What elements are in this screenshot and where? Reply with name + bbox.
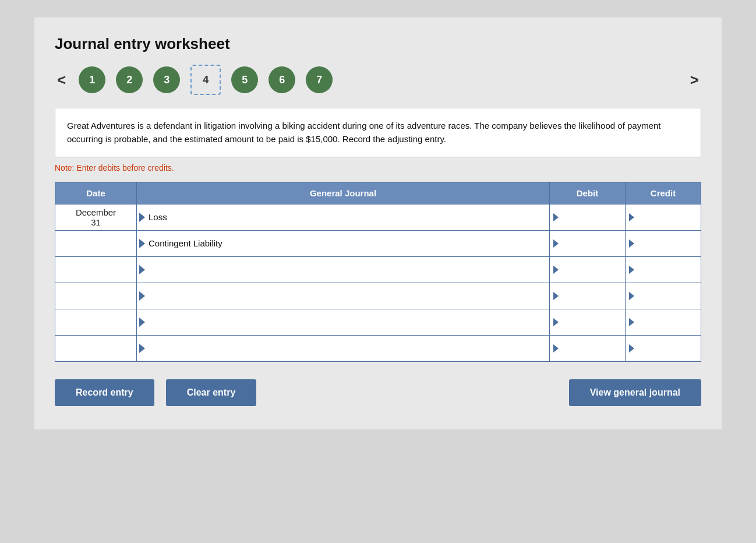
triangle-icon <box>139 265 145 274</box>
credit-triangle-icon <box>629 344 634 352</box>
page-title: Journal entry worksheet <box>55 35 701 53</box>
triangle-icon <box>139 291 145 301</box>
debit-cell-3[interactable] <box>550 256 626 283</box>
triangle-icon <box>139 239 145 248</box>
debit-triangle-icon <box>553 292 559 300</box>
col-header-credit: Credit <box>626 182 701 204</box>
journal-table: Date General Journal Debit Credit Decemb… <box>55 182 701 362</box>
triangle-icon <box>139 344 145 353</box>
col-header-journal: General Journal <box>137 182 550 204</box>
debit-cell-6[interactable] <box>550 335 626 361</box>
col-header-date: Date <box>55 182 137 204</box>
next-arrow[interactable]: > <box>688 71 701 89</box>
table-row: December31 Loss <box>55 204 701 230</box>
credit-cell-4[interactable] <box>626 283 701 309</box>
credit-cell-2[interactable] <box>626 230 701 256</box>
journal-cell-6[interactable] <box>137 335 550 361</box>
table-row <box>55 335 701 361</box>
credit-cell-6[interactable] <box>626 335 701 361</box>
date-cell-1: December31 <box>55 204 137 230</box>
debit-cell-1[interactable] <box>550 204 626 230</box>
record-entry-button[interactable]: Record entry <box>55 379 154 406</box>
debit-cell-2[interactable] <box>550 230 626 256</box>
nav-item-2[interactable]: 2 <box>116 66 143 93</box>
journal-cell-3[interactable] <box>137 256 550 283</box>
credit-cell-5[interactable] <box>626 309 701 335</box>
date-cell-4 <box>55 283 137 309</box>
nav-item-7[interactable]: 7 <box>306 66 333 93</box>
date-cell-6 <box>55 335 137 361</box>
nav-item-4[interactable]: 4 <box>190 65 221 95</box>
button-row: Record entry Clear entry View general jo… <box>55 379 701 406</box>
credit-cell-1[interactable] <box>626 204 701 230</box>
journal-cell-1[interactable]: Loss <box>137 204 550 230</box>
nav-item-3[interactable]: 3 <box>153 66 180 93</box>
debit-cell-5[interactable] <box>550 309 626 335</box>
nav-item-6[interactable]: 6 <box>269 66 295 93</box>
date-cell-2 <box>55 230 137 256</box>
table-row: Contingent Liability <box>55 230 701 256</box>
journal-cell-2[interactable]: Contingent Liability <box>137 230 550 256</box>
date-cell-5 <box>55 309 137 335</box>
debit-triangle-icon <box>553 239 559 248</box>
date-cell-3 <box>55 256 137 283</box>
credit-cell-3[interactable] <box>626 256 701 283</box>
credit-triangle-icon <box>629 266 634 274</box>
description-text: Great Adventures is a defendant in litig… <box>67 121 661 144</box>
prev-arrow[interactable]: < <box>55 71 68 89</box>
table-row <box>55 283 701 309</box>
journal-text-1: Loss <box>145 212 167 222</box>
nav-item-5[interactable]: 5 <box>231 66 258 93</box>
debit-triangle-icon <box>553 213 559 221</box>
credit-triangle-icon <box>629 318 634 326</box>
debit-cell-4[interactable] <box>550 283 626 309</box>
view-general-journal-button[interactable]: View general journal <box>569 379 701 406</box>
col-header-debit: Debit <box>550 182 626 204</box>
journal-text-2: Contingent Liability <box>145 238 222 248</box>
credit-triangle-icon <box>629 239 634 248</box>
journal-cell-5[interactable] <box>137 309 550 335</box>
page-container: Journal entry worksheet < 1 2 3 4 5 6 7 … <box>34 17 722 429</box>
debit-triangle-icon <box>553 318 559 326</box>
journal-cell-4[interactable] <box>137 283 550 309</box>
nav-item-1[interactable]: 1 <box>79 66 105 93</box>
description-box: Great Adventures is a defendant in litig… <box>55 108 701 157</box>
credit-triangle-icon <box>629 292 634 300</box>
credit-triangle-icon <box>629 213 634 221</box>
note-text: Note: Enter debits before credits. <box>55 163 701 172</box>
triangle-icon <box>139 318 145 327</box>
navigation-row: < 1 2 3 4 5 6 7 > <box>55 65 701 95</box>
clear-entry-button[interactable]: Clear entry <box>166 379 257 406</box>
debit-triangle-icon <box>553 344 559 352</box>
table-row <box>55 256 701 283</box>
debit-triangle-icon <box>553 266 559 274</box>
table-row <box>55 309 701 335</box>
triangle-icon <box>139 213 145 222</box>
